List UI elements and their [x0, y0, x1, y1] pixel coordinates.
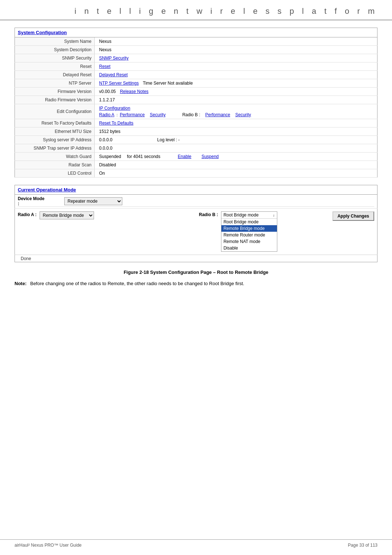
row-label: Reset To Factory Defaults — [15, 119, 95, 127]
row-label: Syslog server IP Address — [15, 136, 95, 144]
row-label: LED Control — [15, 169, 95, 178]
main-content: System Configuration System Name Nexus S… — [0, 20, 392, 297]
table-row: Reset To Factory Defaults Reset To Defau… — [15, 119, 377, 127]
table-row: Syslog server IP Address 0.0.0.0 Log lev… — [15, 136, 377, 144]
done-row: Done — [15, 255, 377, 262]
dropdown-option-5[interactable]: Disable — [221, 245, 277, 251]
table-row: Reset Reset — [15, 62, 377, 71]
row-value: Reset — [95, 62, 377, 71]
row-value: Reset To Defaults — [95, 119, 377, 127]
ntp-status: Time Server Not available — [143, 81, 193, 86]
table-row: Watch Guard Suspended for 4041 seconds E… — [15, 153, 377, 161]
note-text: Before changing one of the radios to Rem… — [30, 281, 244, 286]
row-label: Reset — [15, 62, 95, 71]
device-mode-select[interactable]: Repeater mode — [64, 197, 122, 205]
table-row: SNMP Trap server IP Address 0.0.0.0 — [15, 144, 377, 153]
table-row: SNMP Security SNMP Security — [15, 54, 377, 62]
ip-config-link[interactable]: IP Configuration — [99, 106, 130, 111]
row-label: Delayed Reset — [15, 71, 95, 79]
row-label: Edit Configuration — [15, 104, 95, 119]
row-value: 1.1.2.17 — [95, 96, 377, 104]
device-mode-cell: Device Mode: Repeater mode — [15, 195, 377, 208]
table-row: Radio Firmware Version 1.1.2.17 — [15, 96, 377, 104]
row-value: IP Configuration Radio A : Performance S… — [95, 104, 377, 119]
row-value: NTP Server Settings Time Server Not avai… — [95, 79, 377, 88]
watchguard-status: Suspended — [99, 154, 121, 159]
radio-b-dropdown-open: Root Bridge mode ↓ Root Bridge mode Remo… — [221, 211, 277, 252]
system-config-table: System Configuration System Name Nexus S… — [15, 28, 377, 178]
page-header: i n t e l l i g e n t w i r e l e s s p … — [0, 0, 392, 20]
table-row: Ethernet MTU Size 1512 bytes — [15, 127, 377, 136]
operational-mode-header: Current Operational Mode — [15, 185, 377, 195]
row-label: Radar Scan — [15, 161, 95, 169]
ntp-settings-link[interactable]: NTP Server Settings — [99, 81, 139, 86]
row-value: 0.0.0.0 Log level : - — [95, 136, 377, 144]
dropdown-option-3[interactable]: Remote Router mode — [221, 232, 277, 238]
release-notes-link[interactable]: Release Notes — [120, 89, 148, 94]
row-value: 1512 bytes — [95, 127, 377, 136]
radio-b-performance-link[interactable]: Performance — [205, 112, 230, 117]
row-value: Disabled — [95, 161, 377, 169]
row-value: v0.00.05 Release Notes — [95, 88, 377, 96]
table-row: LED Control On — [15, 169, 377, 178]
note-label: Note: — [15, 281, 26, 286]
row-label: Watch Guard — [15, 153, 95, 161]
radio-b-label: Radio B : — [199, 211, 218, 217]
row-value: Nexus — [95, 37, 377, 46]
row-label: System Description — [15, 46, 95, 54]
dropdown-option-2[interactable]: Remote Bridge mode — [221, 225, 277, 232]
done-label: Done — [18, 255, 34, 263]
row-value: On — [95, 169, 377, 178]
radio-a-cell: Radio A : Remote Bridge mode — [15, 208, 196, 255]
page-footer: airHaul² Nexus PRO™ User Guide Page 33 o… — [0, 539, 392, 548]
radio-a-label: Radio A : — [18, 211, 37, 217]
table-row: Radar Scan Disabled — [15, 161, 377, 169]
radio-b-security-link[interactable]: Security — [235, 112, 251, 117]
table-row: Edit Configuration IP Configuration Radi… — [15, 104, 377, 119]
row-label: System Name — [15, 37, 95, 46]
row-label: SNMP Trap server IP Address — [15, 144, 95, 153]
dropdown-option-1[interactable]: Root Bridge mode — [221, 219, 277, 225]
radio-a-security-link[interactable]: Security — [150, 112, 166, 117]
note-section: Note: Before changing one of the radios … — [15, 281, 377, 286]
log-level: Log level : - — [157, 137, 180, 142]
watchguard-enable-link[interactable]: Enable — [178, 154, 191, 159]
table-row: Delayed Reset Delayed Reset — [15, 71, 377, 79]
radio-mode-row: Radio A : Remote Bridge mode Radio B : — [15, 208, 377, 255]
watchguard-duration: for 4041 seconds — [127, 154, 160, 159]
reset-to-defaults-link[interactable]: Reset To Defaults — [99, 121, 134, 126]
system-config-header: System Configuration — [15, 28, 377, 37]
row-label: Firmware Version — [15, 88, 95, 96]
row-value: Suspended for 4041 seconds Enable Suspen… — [95, 153, 377, 161]
done-cell: Done — [15, 255, 377, 262]
radio-b-label-edit: Radio B : — [182, 112, 200, 117]
table-row: Firmware Version v0.00.05 Release Notes — [15, 88, 377, 96]
header-title: i n t e l l i g e n t w i r e l e s s p … — [74, 7, 377, 16]
firmware-version: v0.00.05 — [99, 89, 116, 94]
table-row: System Name Nexus — [15, 37, 377, 46]
radio-a-label[interactable]: Radio A — [99, 112, 114, 117]
footer-guide-title: airHaul² Nexus PRO™ User Guide — [15, 543, 82, 548]
delayed-reset-link[interactable]: Delayed Reset — [99, 72, 128, 77]
footer-page-number: Page 33 of 113 — [348, 543, 377, 548]
device-mode-label: Device Mode: — [18, 196, 61, 206]
row-label: Radio Firmware Version — [15, 96, 95, 104]
syslog-ip: 0.0.0.0 — [99, 137, 113, 142]
dropdown-option-top[interactable]: Root Bridge mode ↓ — [221, 212, 277, 219]
watchguard-suspend-link[interactable]: Suspend — [201, 154, 219, 159]
row-value: Delayed Reset — [95, 71, 377, 79]
radio-a-performance-link[interactable]: Performance — [120, 112, 145, 117]
dropdown-option-4[interactable]: Remote NAT mode — [221, 238, 277, 245]
row-label: NTP Server — [15, 79, 95, 88]
row-value: SNMP Security — [95, 54, 377, 62]
table-row: NTP Server NTP Server Settings Time Serv… — [15, 79, 377, 88]
figure-caption: Figure 2-18 System Configuration Page – … — [15, 270, 377, 275]
reset-link[interactable]: Reset — [99, 64, 110, 69]
operational-mode-table: Current Operational Mode Device Mode: Re… — [15, 185, 377, 262]
radio-a-separator: : — [117, 113, 118, 117]
row-label: SNMP Security — [15, 54, 95, 62]
device-mode-row: Device Mode: Repeater mode — [15, 195, 377, 208]
snmp-security-link[interactable]: SNMP Security — [99, 56, 128, 61]
apply-changes-button[interactable]: Apply Changes — [332, 211, 374, 221]
radio-a-select[interactable]: Remote Bridge mode — [40, 211, 94, 219]
